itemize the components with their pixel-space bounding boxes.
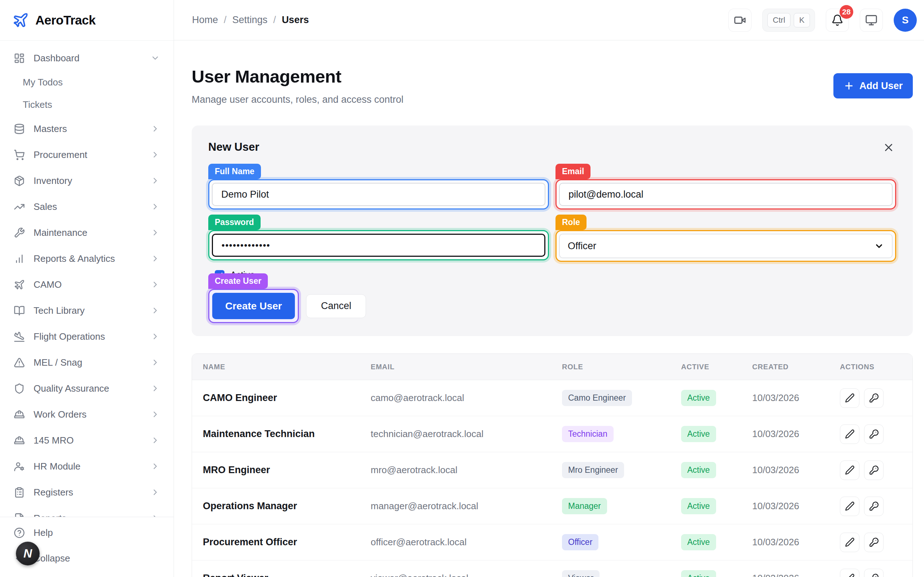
table-row: CAMO Engineer camo@aerotrack.local Camo … [192, 380, 913, 416]
sidebar-item-icon [14, 149, 25, 161]
sidebar-item-icon [14, 461, 25, 472]
sidebar-item[interactable]: CAMO [0, 272, 174, 298]
chevron-right-icon [150, 514, 160, 517]
full-name-input[interactable] [212, 183, 545, 206]
active-status-badge: Active [681, 570, 716, 577]
sidebar-item[interactable]: Dashboard [0, 45, 174, 71]
reset-password-button[interactable] [864, 388, 884, 408]
users-table: NAME EMAIL ROLE ACTIVE CREATED ACTIONS C… [192, 353, 913, 577]
role-badge: Viewer [562, 570, 599, 577]
table-row: Operations Manager manager@aerotrack.loc… [192, 488, 913, 524]
sidebar-item-label: My Todos [23, 77, 63, 88]
sidebar-item[interactable]: 145 MRO [0, 427, 174, 453]
cancel-button[interactable]: Cancel [306, 294, 366, 318]
table-row: MRO Engineer mro@aerotrack.local Mro Eng… [192, 452, 913, 488]
sidebar-item-label: Reports & Analytics [34, 253, 115, 264]
sidebar-item[interactable]: Registers [0, 479, 174, 505]
add-user-button[interactable]: Add User [834, 73, 913, 98]
sidebar-item[interactable]: Tickets [0, 93, 174, 116]
edit-user-button[interactable] [840, 388, 859, 408]
sidebar-item-label: Flight Operations [34, 331, 105, 342]
sidebar-item-icon [14, 383, 25, 394]
user-email: mro@aerotrack.local [371, 464, 562, 475]
edit-user-button[interactable] [840, 569, 859, 577]
sidebar-item-label: Inventory [34, 175, 72, 187]
sidebar-item[interactable]: Reports & Analytics [0, 246, 174, 272]
breadcrumb-separator: / [273, 15, 276, 26]
screen-record-button[interactable] [729, 9, 751, 32]
close-form-button[interactable] [882, 141, 896, 154]
row-actions [840, 569, 913, 577]
chevron-right-icon [150, 462, 160, 471]
email-input[interactable] [559, 183, 893, 206]
key-icon [869, 501, 879, 511]
reset-password-button[interactable] [864, 496, 884, 516]
role-select[interactable]: Officer [559, 234, 893, 258]
notifications-button[interactable]: 28 [826, 9, 849, 32]
create-user-button[interactable]: Create User [212, 293, 295, 319]
table-column-header: CREATED [752, 363, 840, 371]
new-user-card: New User Full Name Email [192, 126, 913, 336]
user-name: Report Viewer [203, 573, 371, 577]
row-actions [840, 388, 913, 408]
created-date: 10/03/2026 [752, 429, 840, 440]
dev-tools-badge[interactable]: N [16, 542, 40, 566]
sidebar-item[interactable]: HR Module [0, 453, 174, 479]
sidebar-item-label: Tech Library [34, 305, 85, 316]
sidebar-item[interactable]: Inventory [0, 168, 174, 193]
table-column-header: NAME [203, 363, 371, 371]
sidebar-item[interactable]: My Todos [0, 71, 174, 93]
sidebar-item-label: Work Orders [34, 409, 87, 420]
sidebar-item[interactable]: Quality Assurance [0, 376, 174, 401]
table-row: Maintenance Technician technician@aerotr… [192, 416, 913, 452]
user-name: CAMO Engineer [203, 392, 371, 403]
sidebar-item[interactable]: Work Orders [0, 401, 174, 427]
display-mode-button[interactable] [860, 9, 883, 32]
sidebar-item-label: Dashboard [34, 53, 79, 64]
password-field-group: Password [208, 214, 549, 262]
role-badge: Mro Engineer [562, 462, 624, 478]
user-name: Procurement Officer [203, 537, 371, 548]
sidebar-item[interactable]: Flight Operations [0, 324, 174, 350]
command-palette-shortcut[interactable]: Ctrl K [762, 9, 815, 32]
breadcrumb-settings[interactable]: Settings [233, 15, 268, 26]
sidebar-item[interactable]: Reports [0, 505, 174, 517]
role-selected-value: Officer [568, 240, 596, 252]
user-avatar[interactable]: S [894, 9, 917, 32]
notification-count-badge: 28 [840, 5, 853, 19]
sidebar-item[interactable]: Sales [0, 193, 174, 220]
chevron-down-icon [874, 241, 884, 251]
sidebar-item[interactable]: Tech Library [0, 298, 174, 324]
sidebar-item-icon [14, 357, 25, 368]
pencil-icon [845, 465, 855, 475]
table-column-header: ROLE [562, 363, 681, 371]
edit-user-button[interactable] [840, 461, 859, 480]
pencil-icon [845, 537, 855, 547]
page-subtitle: Manage user accounts, roles, and access … [192, 94, 404, 105]
edit-user-button[interactable] [840, 533, 859, 552]
sidebar-item-label: Reports [34, 513, 66, 517]
edit-user-button[interactable] [840, 424, 859, 444]
role-badge: Technician [562, 426, 614, 442]
breadcrumb-home[interactable]: Home [192, 15, 218, 26]
password-input[interactable] [212, 234, 545, 257]
brand[interactable]: AeroTrack [0, 0, 174, 41]
reset-password-button[interactable] [864, 424, 884, 444]
sidebar-item-label: HR Module [34, 461, 81, 472]
sidebar-item-label: Maintenance [34, 227, 87, 239]
sidebar-item-label: Quality Assurance [34, 383, 109, 394]
reset-password-button[interactable] [864, 533, 884, 552]
reset-password-button[interactable] [864, 569, 884, 577]
sidebar-item[interactable]: Maintenance [0, 220, 174, 246]
sidebar-item-icon [14, 409, 25, 420]
sidebar-item[interactable]: Procurement [0, 142, 174, 168]
row-actions [840, 496, 913, 516]
active-status-badge: Active [681, 462, 716, 478]
app-root: AeroTrack Dashboard My Todos [0, 0, 924, 577]
edit-user-button[interactable] [840, 496, 859, 516]
form-actions: Create User Cancel [208, 289, 896, 323]
reset-password-button[interactable] [864, 461, 884, 480]
sidebar-item[interactable]: Masters [0, 116, 174, 142]
table-row: Report Viewer viewer@aerotrack.local Vie… [192, 561, 913, 577]
sidebar-item[interactable]: MEL / Snag [0, 350, 174, 376]
